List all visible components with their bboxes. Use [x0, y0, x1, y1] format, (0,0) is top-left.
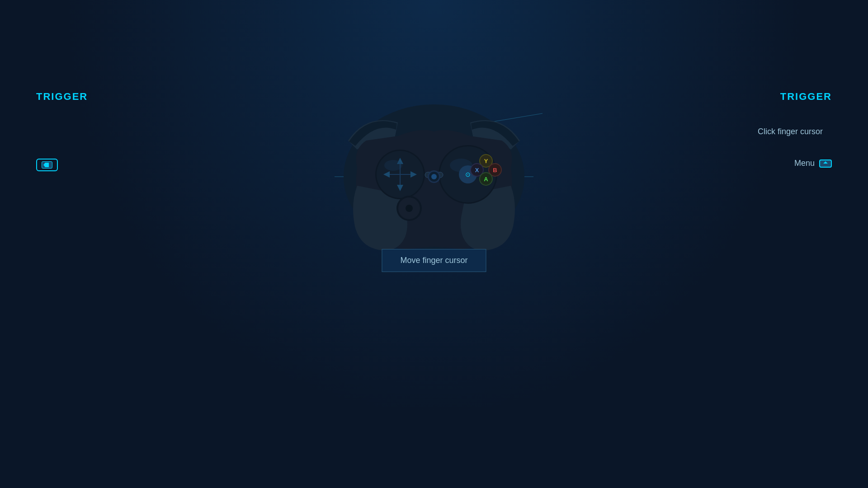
menu-choice-1-label: Menu choice 1: [496, 319, 549, 329]
click-finger-item: ☞ Click finger cursor: [682, 315, 804, 328]
svg-text:Y: Y: [484, 158, 488, 164]
touchpad-title: Move finger cursor: [682, 297, 804, 308]
abxy-box: Y Menu choice 2 X Menu choice 1 B Cancel…: [465, 288, 664, 380]
page-title: Official Configuration for Defender's Qu…: [0, 0, 868, 38]
y-button-icon: Y: [476, 297, 490, 311]
trigger-right-label: TRIGGER: [780, 91, 832, 103]
page-subtitle: Modified by you, based on the official g…: [0, 41, 868, 49]
bottom-actions: BROWSE CONFIGS EXPORT CONFIG DONE: [0, 392, 868, 412]
tab-battle[interactable]: BATTLE CONTROLS: [328, 58, 443, 77]
menu-choice-2-label: Menu choice 2: [496, 300, 549, 309]
svg-line-3: [488, 113, 542, 122]
y-button-item: Y Menu choice 2: [476, 297, 652, 311]
dpad-left-box: ▲ Cursor up ◄ Cursor left ► Cursor right…: [52, 288, 251, 380]
arrow-up-icon-1: ▲: [64, 297, 76, 310]
a-button-icon: A: [476, 357, 490, 371]
svg-marker-1: [43, 163, 45, 167]
x-button-item: X Menu choice 1: [476, 317, 652, 331]
export-config-button[interactable]: EXPORT CONFIG: [410, 392, 509, 412]
cursor-up-label-2: Cursor up: [289, 299, 325, 309]
cursor-left-label-1: Cursor left: [83, 318, 120, 328]
cursor-down-item-1: ▼ Cursor down: [64, 354, 240, 367]
finger-cursor-icon: ☞: [682, 315, 692, 328]
control-boxes: ▲ Cursor up ◄ Cursor left ► Cursor right…: [0, 288, 868, 380]
arrow-right-icon-2: ►: [270, 335, 283, 348]
click-finger-label: Click finger cursor: [698, 317, 759, 326]
svg-point-37: [450, 159, 472, 172]
menu-btn-icon: [819, 160, 832, 168]
a-button-item: A Select: [476, 357, 652, 371]
cursor-left-item-1: ◄ Cursor left: [64, 316, 240, 329]
browse-configs-button[interactable]: BROWSE CONFIGS: [295, 392, 402, 412]
svg-text:X: X: [475, 167, 479, 174]
tab-editor[interactable]: EDITOR CONTROLS: [213, 58, 326, 77]
bumper-left-icon: [42, 161, 52, 169]
move-cursor-label: Move finger cursor: [382, 249, 486, 272]
svg-marker-2: [823, 161, 828, 164]
arrow-left-icon-1: ◄: [64, 316, 76, 329]
b-button-item: B Cancel: [476, 337, 652, 351]
cursor-up-item-1: ▲ Cursor up: [64, 297, 240, 310]
select-label: Select: [496, 359, 519, 369]
controller-area: TRIGGER TRIGGER Click finger cursor Menu: [0, 82, 868, 281]
done-button[interactable]: DONE: [516, 392, 572, 412]
menu-text: Menu: [794, 159, 815, 168]
dpad-right-box: ▲ Cursor up ◄ Cursor left ► Cursor right…: [259, 288, 458, 380]
svg-text:A: A: [484, 176, 488, 183]
cursor-left-item-2: ◄ Cursor left: [270, 316, 446, 329]
tabs-row: EDITOR CONTROLS BATTLE CONTROLS MAP CONT…: [0, 58, 868, 77]
svg-text:B: B: [493, 167, 497, 174]
touchpad-box: Move finger cursor ☞ Click finger cursor: [671, 288, 816, 380]
svg-point-35: [406, 205, 413, 212]
controller-image: ⊙ Y X B A: [316, 82, 552, 263]
cursor-right-item-2: ► Cursor right: [270, 335, 446, 348]
svg-point-36: [384, 160, 402, 171]
bumper-left: [36, 159, 58, 171]
svg-point-24: [431, 174, 437, 179]
menu-label: Menu: [794, 159, 832, 168]
arrow-up-icon-2: ▲: [270, 297, 283, 310]
cursor-right-label-1: Cursor right: [83, 337, 125, 347]
cursor-left-label-2: Cursor left: [289, 318, 326, 328]
cancel-label: Cancel: [496, 339, 521, 349]
svg-marker-0: [45, 163, 49, 167]
arrow-left-icon-2: ◄: [270, 316, 283, 329]
cursor-up-label-1: Cursor up: [83, 299, 118, 309]
cursor-down-label-2: Cursor down: [289, 356, 335, 366]
trigger-left-label: TRIGGER: [36, 91, 88, 103]
cursor-right-item-1: ► Cursor right: [64, 335, 240, 348]
cursor-right-label-2: Cursor right: [289, 337, 331, 347]
svg-text:⊙: ⊙: [465, 171, 471, 178]
b-button-icon: B: [476, 337, 490, 351]
tab-map[interactable]: MAP CONTROLS: [444, 58, 545, 77]
cursor-down-item-2: ▼ Cursor down: [270, 354, 446, 367]
cursor-down-label-1: Cursor down: [83, 356, 129, 366]
cursor-up-item-2: ▲ Cursor up: [270, 297, 446, 310]
arrow-down-icon-2: ▼: [270, 354, 283, 367]
tab-menu[interactable]: MENU CONTROLS: [547, 58, 655, 77]
click-finger-top-label: Click finger cursor: [758, 127, 823, 136]
arrow-down-icon-1: ▼: [64, 354, 76, 367]
arrow-right-icon-1: ►: [64, 335, 76, 348]
x-button-icon: X: [476, 317, 490, 331]
